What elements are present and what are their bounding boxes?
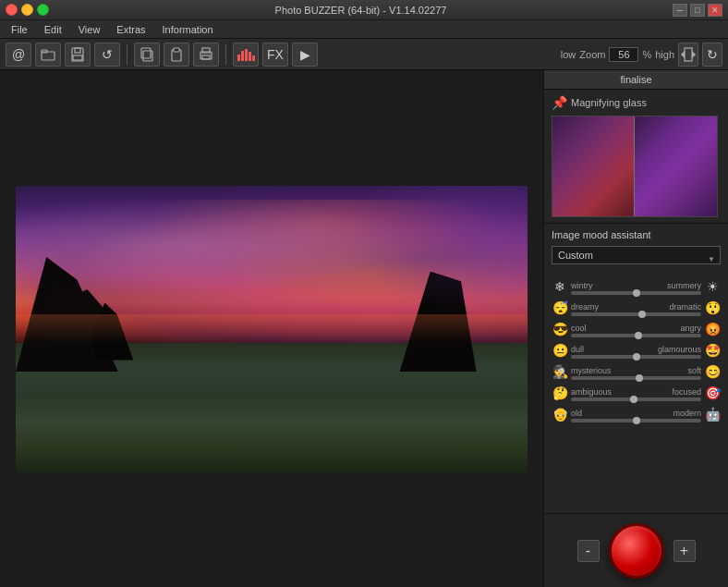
mood-row-ambiguous: 🤔 ambiguous focused 🎯 (552, 385, 721, 402)
dreamy-slider[interactable] (571, 312, 701, 316)
panel-header-label: finalise (620, 74, 651, 85)
zoom-text: Zoom (579, 49, 605, 60)
svg-marker-18 (681, 51, 685, 58)
svg-rect-4 (73, 55, 82, 60)
magnify-before (552, 116, 635, 217)
magnify-title-label: Magnifying glass (571, 97, 647, 108)
toolbar-zoom-in-button[interactable] (678, 43, 698, 67)
minus-button[interactable]: - (577, 540, 600, 562)
focused-icon: 🎯 (704, 385, 721, 402)
svg-marker-19 (692, 51, 696, 58)
menu-bar: File Edit View Extras Information (0, 20, 728, 39)
svg-rect-2 (72, 48, 83, 61)
svg-rect-17 (685, 48, 692, 61)
glamourous-icon: 🤩 (704, 343, 721, 360)
toolbar-print-button[interactable] (193, 43, 219, 67)
plus-button[interactable]: + (673, 540, 696, 562)
bottom-panel: - + (544, 513, 728, 587)
toolbar-save-button[interactable] (65, 43, 91, 67)
mood-title: Image mood assistant (552, 229, 721, 240)
menu-view[interactable]: View (71, 22, 108, 37)
menu-edit[interactable]: Edit (37, 22, 69, 37)
menu-information[interactable]: Information (155, 22, 221, 37)
toolbar-paste-button[interactable] (164, 43, 189, 67)
zoom-high-label: high (655, 49, 674, 60)
zoom-input[interactable] (609, 47, 638, 62)
svg-rect-14 (245, 49, 248, 61)
dull-slider[interactable] (571, 355, 701, 359)
svg-rect-12 (237, 55, 240, 61)
angry-icon: 😡 (704, 322, 721, 338)
win-control-3[interactable]: ✕ (708, 4, 722, 17)
toolbar-histogram-button[interactable] (233, 43, 259, 67)
photo-container (16, 186, 528, 472)
ambiguous-slider-area: ambiguous focused (571, 387, 701, 401)
wintry-slider-area: wintry summery (571, 281, 701, 295)
cool-icon: 😎 (552, 322, 568, 338)
soft-icon: 😊 (704, 364, 721, 381)
right-panel: finalise 📌 Magnifying glass Image mood a… (543, 70, 728, 587)
toolbar-separator-1 (127, 44, 127, 65)
mood-section: Image mood assistant Custom ❄ wintry sum… (544, 224, 728, 513)
maximize-button[interactable] (37, 4, 49, 16)
toolbar-copy-button[interactable] (134, 43, 160, 67)
magnify-section: 📌 Magnifying glass (544, 90, 728, 224)
wintry-icon: ❄ (552, 279, 568, 296)
menu-extras[interactable]: Extras (109, 22, 152, 37)
menu-file[interactable]: File (4, 22, 35, 37)
win-control-1[interactable]: ─ (673, 4, 687, 17)
win-control-2[interactable]: □ (690, 4, 705, 17)
minimize-button[interactable] (21, 4, 33, 16)
magnify-after (635, 116, 717, 217)
magnify-title-row: 📌 Magnifying glass (552, 95, 721, 110)
cool-slider-area: cool angry (571, 324, 701, 337)
pin-icon: 📌 (552, 95, 567, 110)
dreamy-slider-area: dreamy dramatic (571, 302, 701, 316)
mood-row-wintry: ❄ wintry summery ☀ (552, 279, 721, 296)
svg-rect-3 (75, 48, 80, 53)
mysterious-icon: 🕵 (552, 364, 568, 381)
mood-sliders: ❄ wintry summery ☀ 😴 dreamy (552, 279, 721, 423)
zoom-percent: % (642, 49, 651, 60)
toolbar-fx-button[interactable]: FX (262, 43, 288, 67)
zoom-area: low Zoom % high ↻ (561, 43, 722, 67)
panel-header: finalise (544, 70, 728, 90)
mysterious-slider[interactable] (571, 376, 701, 380)
title-bar: Photo BUZZER (64-bit) - V1.14.02277 ─ □ … (0, 0, 728, 20)
modern-icon: 🤖 (704, 407, 721, 423)
old-slider[interactable] (571, 419, 701, 422)
canvas-area[interactable] (0, 70, 543, 587)
summery-icon: ☀ (704, 279, 721, 296)
photo-image (16, 186, 528, 472)
zoom-low-label: low (561, 49, 576, 60)
wintry-slider[interactable] (571, 291, 701, 295)
window-right-controls: ─ □ ✕ (673, 4, 722, 17)
toolbar-open-button[interactable] (35, 43, 61, 67)
dramatic-icon: 😲 (704, 300, 721, 317)
close-button[interactable] (6, 4, 18, 16)
dull-slider-area: dull glamourous (571, 345, 701, 359)
toolbar-rotate-button[interactable]: ↺ (94, 43, 120, 67)
svg-rect-13 (241, 51, 244, 61)
toolbar-rotate2-button[interactable]: ↻ (702, 43, 722, 67)
main-area: finalise 📌 Magnifying glass Image mood a… (0, 70, 728, 587)
toolbar-video-button[interactable]: ▶ (292, 43, 318, 67)
toolbar-at-button[interactable]: @ (6, 43, 31, 67)
svg-rect-15 (249, 52, 251, 61)
ambiguous-slider[interactable] (571, 397, 701, 401)
svg-rect-11 (202, 55, 210, 59)
red-action-button[interactable] (609, 523, 664, 579)
old-slider-area: old modern (571, 409, 701, 422)
mood-row-mysterious: 🕵 mysterious soft 😊 (552, 364, 721, 381)
mood-dropdown[interactable]: Custom (552, 246, 721, 264)
dull-icon: 😐 (552, 343, 568, 360)
mood-row-old: 👴 old modern 🤖 (552, 407, 721, 423)
mood-row-dreamy: 😴 dreamy dramatic 😲 (552, 300, 721, 317)
mood-row-dull: 😐 dull glamourous 🤩 (552, 343, 721, 360)
mood-row-cool: 😎 cool angry 😡 (552, 322, 721, 338)
svg-rect-16 (252, 55, 255, 61)
mood-dropdown-wrapper[interactable]: Custom (552, 246, 721, 272)
ambiguous-icon: 🤔 (552, 385, 568, 402)
cool-slider[interactable] (571, 334, 701, 337)
toolbar: @ ↺ FX ▶ low Zoom % high ↻ (0, 39, 728, 70)
